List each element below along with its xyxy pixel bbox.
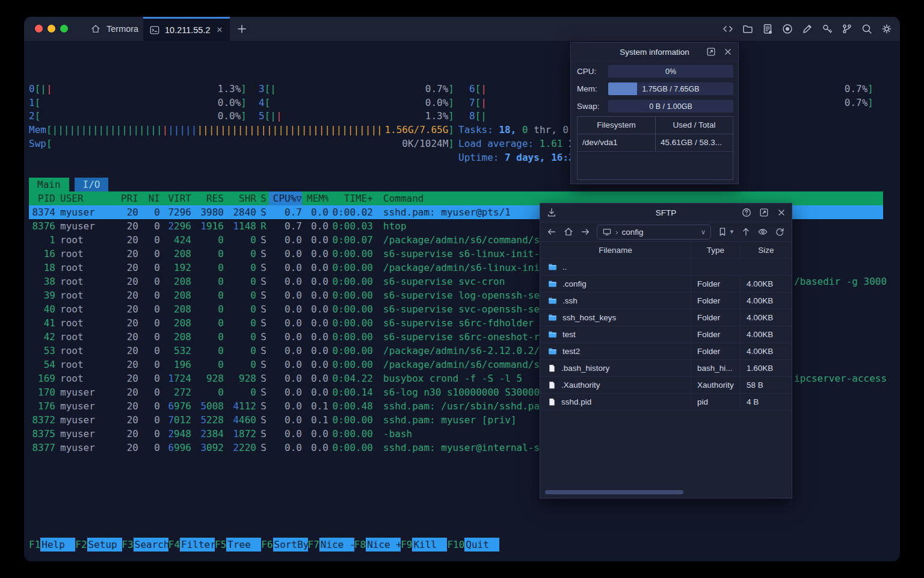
fn-key-f6: F6 (261, 538, 273, 552)
open-in-window-icon[interactable] (706, 46, 716, 57)
fn-key-f8: F8 (354, 538, 366, 552)
swap-label: Swap: (577, 102, 608, 111)
minimize-window-button[interactable] (48, 25, 55, 33)
swap-usage-bar: 0 B / 1.00GB (608, 100, 733, 113)
forward-icon[interactable] (580, 226, 591, 237)
fn-action-quit[interactable]: Quit (464, 538, 499, 552)
file-row[interactable]: .configFolder4.00KB (540, 276, 792, 293)
fs-col-used-total: Used / Total (656, 117, 733, 134)
mem-label: Mem: (577, 84, 608, 93)
file-row[interactable]: .bash_historybash_hi...1.60KB (540, 360, 792, 377)
filesystem-row[interactable]: /dev/vda145.61GB / 58.3... (578, 134, 733, 152)
col-ni[interactable]: NI (138, 191, 160, 205)
fn-action-tree[interactable]: Tree (226, 538, 261, 552)
key-icon[interactable] (821, 23, 833, 35)
fn-action-kill[interactable]: Kill (412, 538, 447, 552)
file-badge-icon[interactable] (762, 23, 774, 35)
swp-meter: Swp[0K/1024M] (29, 137, 454, 151)
col-shr[interactable]: SHR (224, 191, 256, 205)
fn-key-f7: F7 (308, 538, 319, 552)
gear-icon[interactable] (881, 23, 893, 35)
home-icon[interactable] (563, 226, 574, 237)
git-branch-icon[interactable] (841, 23, 853, 35)
col-size[interactable]: Size (741, 242, 792, 258)
horizontal-scrollbar[interactable] (545, 490, 683, 494)
file-icon (547, 397, 556, 406)
help-icon[interactable] (741, 207, 752, 218)
fn-action-setup[interactable]: Setup (87, 538, 122, 552)
cpu-usage-bar: 0% (608, 65, 733, 78)
download-icon[interactable] (546, 207, 557, 218)
zoom-window-button[interactable] (60, 25, 68, 33)
fn-action-search[interactable]: Search (134, 538, 168, 552)
col-mem[interactable]: MEM% (302, 191, 328, 205)
fn-action-nice-[interactable]: Nice - (319, 538, 354, 552)
close-icon[interactable] (722, 46, 733, 57)
file-row[interactable]: ssh_host_keysFolder4.00KB (540, 309, 792, 326)
col-type[interactable]: Type (691, 242, 741, 258)
bookmark-dropdown-icon[interactable]: ▼ (729, 229, 735, 235)
cpu-meter-3: 3[|0.7%] (259, 82, 454, 96)
titlebar: Termora 10.211.55.2 ✕ (24, 17, 900, 41)
file-row[interactable]: .XauthorityXauthority58 B (540, 377, 792, 394)
folder-icon (547, 296, 558, 306)
fn-key-f1: F1 (29, 538, 40, 552)
home-tab[interactable]: Termora (82, 17, 147, 41)
fn-key-f5: F5 (215, 538, 226, 552)
tab-close-icon[interactable]: ✕ (217, 25, 223, 34)
search-icon[interactable] (861, 23, 873, 35)
file-row[interactable]: sshd.pidpid4 B (540, 394, 792, 411)
app-window: Termora 10.211.55.2 ✕ 0[||1.3%]1[0.0%]2[… (24, 17, 900, 561)
new-tab-button[interactable] (236, 23, 248, 35)
up-directory-icon[interactable] (741, 226, 751, 237)
close-icon[interactable] (776, 207, 787, 218)
fn-key-f9: F9 (401, 538, 412, 552)
file-row[interactable]: test2Folder4.00KB (540, 343, 792, 360)
file-row[interactable]: .. (540, 259, 792, 276)
tab-label: 10.211.55.2 (165, 25, 211, 35)
col-filename[interactable]: Filename (540, 242, 691, 258)
fs-col-filesystem: Filesystem (578, 117, 656, 134)
show-hidden-icon[interactable] (757, 226, 768, 237)
bookmark-icon[interactable] (717, 226, 728, 237)
col-s[interactable]: S (256, 191, 269, 205)
close-window-button[interactable] (35, 25, 43, 33)
col-pri[interactable]: PRI (118, 191, 138, 205)
open-in-window-icon[interactable] (759, 207, 769, 218)
refresh-icon[interactable] (774, 226, 785, 237)
folder-icon[interactable] (742, 23, 754, 35)
fn-action-help[interactable]: Help (40, 538, 75, 552)
system-information-panel: System information CPU: 0% Mem: 1.75GB /… (570, 42, 739, 184)
col-user[interactable]: USER (55, 191, 118, 205)
filesystem-table: Filesystem Used / Total /dev/vda145.61GB… (577, 116, 733, 180)
col-virt[interactable]: VIRT (160, 191, 191, 205)
sftp-toolbar: › config ∨ ▼ (540, 222, 792, 241)
folder-icon (547, 312, 558, 323)
path-breadcrumb[interactable]: › config ∨ (597, 225, 711, 240)
fn-action-filter[interactable]: Filter (180, 538, 215, 552)
htop-tab-io[interactable]: I/O (75, 178, 109, 191)
file-row[interactable]: .sshFolder4.00KB (540, 293, 792, 309)
file-row[interactable]: testFolder4.00KB (540, 326, 792, 343)
col-res[interactable]: RES (191, 191, 224, 205)
fn-action-sortby[interactable]: SortBy (273, 538, 308, 552)
record-icon[interactable] (781, 23, 793, 35)
htop-tab-main[interactable]: Main (29, 178, 69, 191)
col-pid[interactable]: PID (29, 191, 55, 205)
mem-usage-bar: 1.75GB / 7.65GB (608, 82, 733, 95)
fn-action-nice-[interactable]: Nice + (366, 538, 401, 552)
tab-active-session[interactable]: 10.211.55.2 ✕ (143, 17, 230, 41)
col-cpu[interactable]: CPU%▽ (269, 191, 302, 205)
fn-key-f10: F10 (447, 538, 464, 552)
pencil-icon[interactable] (801, 23, 813, 35)
back-icon[interactable] (546, 226, 557, 237)
folder-icon (547, 262, 558, 272)
app-label: Termora (106, 24, 138, 34)
code-icon[interactable] (722, 23, 734, 35)
cpu-meter-0: 0[||1.3%] (29, 82, 247, 96)
col-time[interactable]: TIME+ (328, 191, 373, 205)
computer-icon (602, 227, 612, 237)
htop-tabs: Main I/O (29, 178, 108, 191)
cpu-meter-4: 4[0.0%] (259, 96, 454, 110)
terminal-icon (149, 25, 160, 36)
